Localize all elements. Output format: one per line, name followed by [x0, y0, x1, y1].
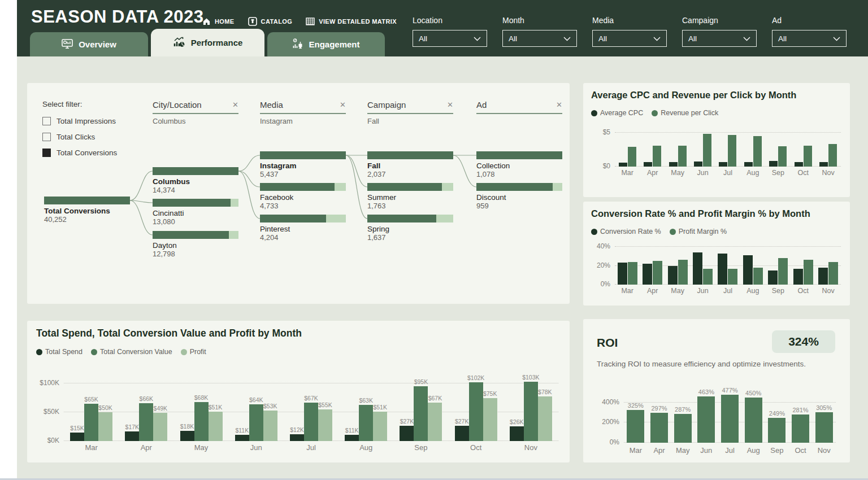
bar-total-conversion-value-jul[interactable]: $67K [304, 403, 318, 441]
bar-total-spend-apr[interactable]: $17K [125, 431, 139, 441]
bar-revenue-per-click-aug[interactable] [753, 136, 762, 167]
bar-total-conversion-value-nov[interactable]: $103K [524, 382, 538, 441]
close-icon[interactable]: ✕ [232, 101, 238, 109]
bar-average-cpc-mar[interactable] [619, 163, 627, 167]
bar-profit-margin--oct[interactable] [804, 260, 813, 285]
tab-engagement[interactable]: Engagement [267, 32, 385, 56]
tab-performance[interactable]: Performance [151, 29, 264, 56]
bar-roi--jun[interactable]: 463% [697, 396, 715, 443]
bar-total-spend-may[interactable]: $18K [180, 431, 194, 441]
legend-item-total-spend[interactable]: Total Spend [36, 348, 83, 356]
bar-profit-aug[interactable]: $51K [373, 412, 387, 441]
bar-profit-margin--mar[interactable] [628, 262, 637, 285]
bar-conversion-rate--may[interactable] [668, 266, 678, 285]
bar-total-conversion-value-mar[interactable]: $65K [84, 404, 98, 441]
tree-node-facebook[interactable]: Facebook4,733 [260, 183, 346, 210]
close-icon[interactable]: ✕ [340, 101, 346, 109]
bar-revenue-per-click-sep[interactable] [778, 146, 787, 167]
tree-node-fall[interactable]: Fall2,037 [367, 151, 453, 178]
tab-overview[interactable]: Overview [30, 32, 148, 56]
bar-average-cpc-sep[interactable] [769, 161, 778, 167]
bar-conversion-rate--sep[interactable] [768, 270, 778, 285]
tree-node-dayton[interactable]: Dayton12,798 [153, 231, 238, 258]
filter-dropdown-ad[interactable]: All [772, 30, 847, 47]
bar-roi--nov[interactable]: 305% [815, 412, 833, 443]
filter-dropdown-campaign[interactable]: All [682, 30, 757, 47]
bar-revenue-per-click-jun[interactable] [703, 134, 711, 167]
tree-node-columbus[interactable]: Columbus14,374 [153, 167, 238, 194]
bar-total-conversion-value-sep[interactable]: $95K [414, 386, 428, 441]
bar-profit-margin--sep[interactable] [778, 258, 788, 285]
bar-roi--may[interactable]: 287% [674, 414, 692, 443]
checkbox-total-conversions[interactable]: Total Conversions [42, 149, 117, 157]
bar-revenue-per-click-jul[interactable] [728, 135, 736, 167]
bar-total-conversion-value-may[interactable]: $68K [194, 402, 209, 441]
legend-item-average-cpc[interactable]: Average CPC [591, 109, 643, 117]
tree-node-discount[interactable]: Discount959 [476, 183, 562, 210]
close-icon[interactable]: ✕ [447, 101, 453, 109]
nav-item-view-detailed-matrix[interactable]: VIEW DETAILED MATRIX [306, 18, 397, 25]
bar-total-conversion-value-aug[interactable]: $63K [359, 405, 373, 441]
bar-profit-jun[interactable]: $53K [263, 411, 277, 441]
bar-revenue-per-click-mar[interactable] [628, 147, 636, 167]
bar-conversion-rate--apr[interactable] [643, 264, 652, 285]
bar-profit-margin--jun[interactable] [703, 269, 713, 285]
bar-average-cpc-jun[interactable] [694, 162, 702, 167]
bar-roi--oct[interactable]: 281% [792, 414, 809, 443]
nav-item-home[interactable]: HOME [202, 18, 235, 25]
tree-node-spring[interactable]: Spring1,637 [367, 215, 453, 242]
bar-conversion-rate--nov[interactable] [818, 268, 828, 285]
legend-item-conversion-rate-[interactable]: Conversion Rate % [591, 228, 661, 235]
tree-node-pinterest[interactable]: Pinterest4,204 [260, 215, 346, 242]
bar-revenue-per-click-may[interactable] [678, 146, 687, 167]
bar-average-cpc-jul[interactable] [719, 162, 727, 167]
bar-conversion-rate--mar[interactable] [618, 263, 627, 285]
bar-average-cpc-aug[interactable] [744, 162, 753, 167]
bar-conversion-rate--oct[interactable] [793, 269, 803, 285]
bar-conversion-rate--aug[interactable] [743, 255, 753, 285]
tree-node-summer[interactable]: Summer1,763 [367, 183, 453, 210]
legend-item-total-conversion-value[interactable]: Total Conversion Value [91, 348, 172, 356]
filter-dropdown-location[interactable]: All [413, 30, 487, 47]
bar-profit-may[interactable]: $51K [209, 412, 223, 441]
checkbox-total-clicks[interactable]: Total Clicks [42, 133, 95, 141]
bar-profit-sep[interactable]: $67K [428, 403, 442, 441]
legend-item-profit-margin-[interactable]: Profit Margin % [670, 228, 727, 235]
bar-total-conversion-value-oct[interactable]: $102K [469, 382, 483, 441]
bar-conversion-rate--jun[interactable] [693, 252, 702, 285]
tree-node-cincinatti[interactable]: Cincinatti13,080 [153, 199, 238, 226]
bar-roi--mar[interactable]: 325% [627, 410, 644, 443]
bar-profit-nov[interactable]: $78K [538, 396, 552, 441]
bar-revenue-per-click-oct[interactable] [804, 146, 812, 167]
filter-dropdown-month[interactable]: All [502, 30, 577, 47]
bar-total-spend-jul[interactable]: $12K [290, 434, 304, 441]
tree-node-instagram[interactable]: Instagram5,437 [260, 151, 346, 178]
bar-profit-oct[interactable]: $75K [483, 398, 497, 441]
bar-profit-mar[interactable]: $50K [98, 412, 112, 441]
bar-profit-margin--nov[interactable] [828, 262, 838, 285]
legend-item-profit[interactable]: Profit [181, 348, 206, 356]
bar-profit-jul[interactable]: $55K [318, 409, 332, 441]
bar-total-spend-sep[interactable]: $27K [400, 426, 414, 441]
bar-total-conversion-value-jun[interactable]: $64K [249, 404, 263, 441]
bar-average-cpc-apr[interactable] [644, 162, 652, 167]
bar-total-spend-jun[interactable]: $11K [235, 435, 249, 441]
bar-profit-margin--apr[interactable] [653, 261, 662, 285]
tree-node-total-conversions[interactable]: Total Conversions40,252 [44, 197, 130, 224]
bar-average-cpc-nov[interactable] [819, 162, 828, 167]
bar-average-cpc-oct[interactable] [795, 162, 803, 167]
bar-total-spend-mar[interactable]: $15K [70, 433, 84, 441]
bar-total-spend-nov[interactable]: $26K [510, 426, 524, 441]
bar-revenue-per-click-apr[interactable] [653, 146, 661, 167]
legend-item-revenue-per-click[interactable]: Revenue per Click [652, 109, 718, 117]
bar-total-spend-oct[interactable]: $27K [455, 426, 469, 441]
bar-profit-apr[interactable]: $49K [153, 413, 167, 441]
close-icon[interactable]: ✕ [556, 101, 562, 109]
bar-revenue-per-click-nov[interactable] [828, 144, 837, 167]
bar-average-cpc-may[interactable] [669, 162, 678, 167]
checkbox-total-impressions[interactable]: Total Impressions [42, 117, 116, 125]
bar-roi--jul[interactable]: 477% [721, 395, 739, 443]
bar-roi--aug[interactable]: 450% [745, 398, 762, 443]
bar-total-spend-aug[interactable]: $11K [345, 435, 359, 441]
bar-total-conversion-value-apr[interactable]: $66K [139, 403, 153, 441]
